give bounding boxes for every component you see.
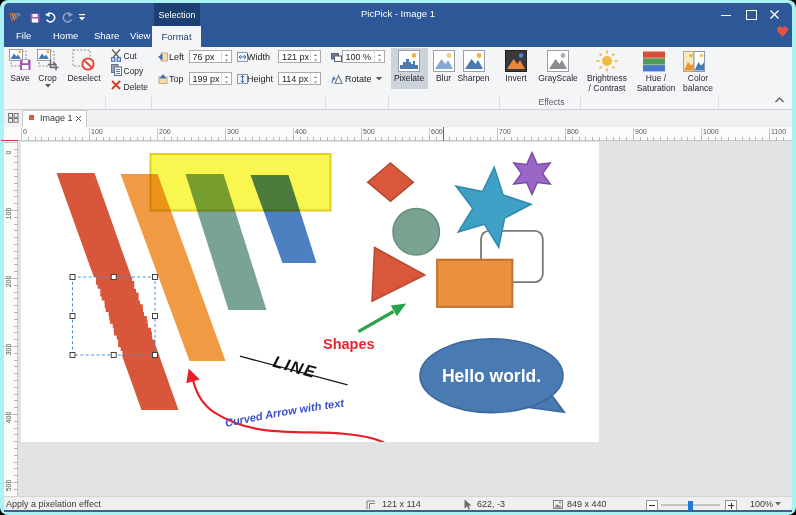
svg-text:Hello world.: Hello world. xyxy=(441,366,540,386)
svg-text:Shapes: Shapes xyxy=(323,336,375,352)
